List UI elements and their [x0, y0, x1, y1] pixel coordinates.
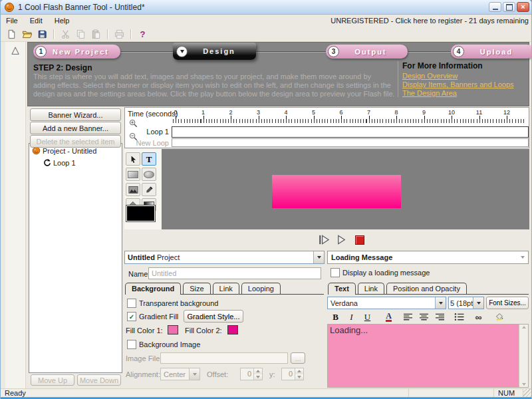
play-from-start-button[interactable] [316, 233, 331, 247]
maximize-button[interactable] [503, 2, 515, 12]
browse-button[interactable]: ... [291, 352, 305, 364]
gradient-fill-checkbox[interactable] [127, 312, 136, 321]
collapse-strip[interactable]: △ [5, 42, 26, 388]
chevron-down-icon [317, 256, 321, 259]
alignment-dropdown-button[interactable] [189, 368, 200, 380]
fill-color-1-swatch[interactable] [168, 325, 178, 334]
loading-message-header[interactable]: Loading Message [327, 251, 529, 264]
save-button[interactable] [35, 27, 50, 41]
tree-item-loop-1[interactable]: Loop 1 [29, 158, 122, 168]
display-loading-message-checkbox[interactable] [331, 268, 340, 277]
wizard-step-new-project[interactable]: 1New Project [33, 45, 120, 59]
image-tool[interactable] [126, 183, 140, 196]
info-link-the-design-area[interactable]: The Design Area [402, 89, 530, 97]
spin-up-button[interactable] [295, 368, 303, 374]
move-down-button[interactable]: Move Down [77, 374, 121, 386]
minimize-button[interactable] [489, 2, 501, 12]
add-new-banner-button[interactable]: Add a new Banner... [30, 122, 121, 134]
menu-edit[interactable]: Edit [29, 15, 48, 26]
loading-message-preview[interactable]: Loading... [327, 324, 529, 388]
banner-wizard-button[interactable]: Banner Wizard... [30, 108, 121, 121]
project-tab-looping[interactable]: Looping [241, 283, 281, 294]
info-link-design-overview[interactable]: Design Overview [402, 72, 530, 80]
fill-color-2-swatch[interactable] [227, 325, 238, 334]
align-center-button[interactable] [417, 311, 431, 323]
spin-down-button[interactable] [254, 374, 262, 380]
timeline-row-new-loop[interactable] [172, 138, 529, 147]
wizard-step-output[interactable]: 3Output [326, 45, 408, 59]
current-color-swatch[interactable] [126, 205, 156, 222]
bullet-list-button[interactable] [452, 311, 466, 323]
project-tab-background[interactable]: Background [125, 283, 181, 295]
stop-button[interactable] [352, 233, 367, 247]
transparent-background-checkbox[interactable] [127, 299, 136, 308]
registration-notice[interactable]: UNREGISTERED - Click here to register - … [331, 17, 529, 25]
banner-preview[interactable] [272, 175, 401, 208]
hyperlink-button[interactable]: ∞ [471, 311, 485, 323]
font-size-combo[interactable]: 5 (18pt) [448, 297, 484, 309]
font-sizes-button[interactable]: Font Sizes... [486, 297, 529, 309]
highlight-color-button[interactable] [492, 311, 506, 323]
play-button[interactable] [334, 233, 349, 247]
align-left-button[interactable] [401, 311, 415, 323]
step-number: 3 [328, 46, 339, 57]
alignment-combo[interactable]: Center [160, 368, 200, 380]
tick-label: 12 [503, 109, 510, 116]
spin-down-button[interactable] [295, 374, 303, 380]
image-file-input[interactable] [160, 352, 288, 364]
gradient-style-button[interactable]: Gradient Style... [184, 310, 243, 323]
italic-button[interactable]: I [344, 311, 358, 323]
timeline-row-loop-1[interactable] [172, 126, 529, 138]
collapse-triangle-icon[interactable]: △ [5, 44, 25, 56]
align-right-button[interactable] [433, 311, 447, 323]
ellipse-tool[interactable] [142, 168, 156, 181]
loading-tab-link[interactable]: Link [358, 283, 384, 294]
arrow-down-icon [256, 376, 260, 378]
spin-up-button[interactable] [254, 368, 262, 374]
bold-button[interactable]: B [329, 311, 342, 323]
underline-icon: U [364, 313, 370, 321]
window-title: 1 Cool Flash Banner Tool - Untitled* [18, 3, 145, 12]
tick-label: 3 [257, 109, 260, 116]
loading-tab-position-and-opacity[interactable]: Position and Opacity [386, 283, 467, 294]
item-selector-combo[interactable]: Untitled Project [124, 251, 325, 264]
help-button[interactable]: ? [135, 27, 150, 41]
project-tab-size[interactable]: Size [183, 283, 210, 294]
font-color-button[interactable]: A [382, 311, 396, 323]
rectangle-tool[interactable] [126, 168, 140, 181]
new-button[interactable] [4, 27, 19, 41]
font-family-combo[interactable]: Verdana [327, 297, 446, 309]
title-bar[interactable]: 1 Cool Flash Banner Tool - Untitled* × [1, 0, 532, 15]
offset-y-spinner[interactable]: 0 [281, 368, 304, 380]
pointer-tool[interactable] [126, 152, 140, 166]
project-tab-link[interactable]: Link [213, 283, 239, 294]
preview-text[interactable]: Loading... [328, 325, 519, 387]
image-tool-icon [128, 186, 138, 194]
status-bar: Ready NUM [1, 388, 532, 397]
menu-file[interactable]: File [5, 15, 23, 26]
app-icon [4, 2, 15, 13]
design-canvas[interactable] [162, 149, 529, 229]
text-tool[interactable]: T [142, 152, 156, 166]
menu-help[interactable]: Help [53, 15, 75, 26]
maximize-icon [506, 4, 513, 11]
wizard-step-upload[interactable]: 4Upload [451, 45, 532, 59]
name-input[interactable] [148, 267, 321, 279]
info-link-display-items-banners-and-loops[interactable]: Display Items, Banners and Loops [402, 80, 530, 88]
project-tree[interactable]: Project - UntitledLoop 1 [29, 143, 122, 373]
loading-tab-text[interactable]: Text [328, 283, 356, 295]
preview-scrollbar[interactable] [519, 325, 528, 387]
offset-x-spinner[interactable]: 0 [240, 368, 263, 380]
display-loading-message-label: Display a loading message [342, 269, 430, 277]
underline-button[interactable]: U [360, 311, 374, 323]
background-image-checkbox[interactable] [127, 340, 136, 349]
wizard-step-design[interactable]: Design [173, 43, 256, 60]
font-family-dropdown-button[interactable] [435, 297, 446, 309]
eyedropper-tool[interactable] [142, 183, 156, 196]
item-selector-dropdown-button[interactable] [313, 251, 324, 263]
resize-grip[interactable] [523, 389, 532, 397]
move-up-button[interactable]: Move Up [31, 374, 74, 386]
close-button[interactable]: × [517, 2, 529, 12]
open-button[interactable] [19, 27, 35, 41]
font-size-dropdown-button[interactable] [473, 297, 483, 309]
